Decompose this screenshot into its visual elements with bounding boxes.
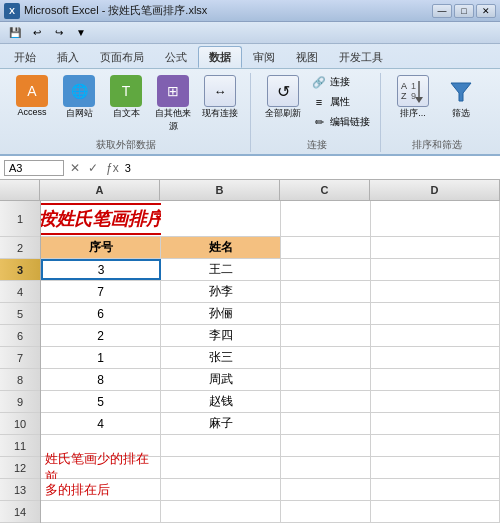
cell-b2[interactable]: 姓名 (161, 237, 281, 258)
cell-d11[interactable] (371, 435, 500, 456)
cell-d7[interactable] (371, 347, 500, 368)
connections-button[interactable]: 🔗 连接 (309, 73, 372, 91)
tab-developer[interactable]: 开发工具 (329, 46, 393, 68)
cell-b5[interactable]: 孙俪 (161, 303, 281, 324)
cell-d10[interactable] (371, 413, 500, 434)
row-header-11[interactable]: 11 (0, 435, 40, 457)
tab-formula[interactable]: 公式 (155, 46, 197, 68)
cell-d6[interactable] (371, 325, 500, 346)
cell-c1[interactable] (281, 201, 371, 236)
row-header-2[interactable]: 2 (0, 237, 40, 259)
cell-b12[interactable] (161, 457, 281, 478)
sort-button[interactable]: A Z 1 9 排序... (391, 73, 435, 122)
cell-a5[interactable]: 6 (41, 303, 161, 324)
cell-b1[interactable] (161, 201, 281, 236)
text-button[interactable]: T 自文本 (104, 73, 148, 122)
minimize-button[interactable]: — (432, 4, 452, 18)
cell-b14[interactable] (161, 501, 281, 522)
cell-d9[interactable] (371, 391, 500, 412)
edit-links-button[interactable]: ✏ 编辑链接 (309, 113, 372, 131)
cell-b11[interactable] (161, 435, 281, 456)
cell-c2[interactable] (281, 237, 371, 258)
cell-d12[interactable] (371, 457, 500, 478)
row-header-3[interactable]: 3 (0, 259, 40, 281)
cell-a3[interactable]: 3 (41, 259, 161, 280)
cell-c13[interactable] (281, 479, 371, 500)
cell-d1[interactable] (371, 201, 500, 236)
row-header-5[interactable]: 5 (0, 303, 40, 325)
cell-d2[interactable] (371, 237, 500, 258)
cell-a14[interactable] (41, 501, 161, 522)
close-button[interactable]: ✕ (476, 4, 496, 18)
cell-d13[interactable] (371, 479, 500, 500)
row-header-6[interactable]: 6 (0, 325, 40, 347)
row-header-12[interactable]: 12 (0, 457, 40, 479)
cell-b6[interactable]: 李四 (161, 325, 281, 346)
cell-d14[interactable] (371, 501, 500, 522)
save-quick-btn[interactable]: 💾 (6, 24, 24, 42)
cell-b13[interactable] (161, 479, 281, 500)
row-header-1[interactable]: 1 (0, 201, 40, 237)
cell-c3[interactable] (281, 259, 371, 280)
tab-start[interactable]: 开始 (4, 46, 46, 68)
cell-c10[interactable] (281, 413, 371, 434)
cell-d4[interactable] (371, 281, 500, 302)
maximize-button[interactable]: □ (454, 4, 474, 18)
cell-a2[interactable]: 序号 (41, 237, 161, 258)
cell-d8[interactable] (371, 369, 500, 390)
row-header-13[interactable]: 13 (0, 479, 40, 501)
cell-a10[interactable]: 4 (41, 413, 161, 434)
col-header-c[interactable]: C (280, 180, 370, 200)
cell-a9[interactable]: 5 (41, 391, 161, 412)
cell-a7[interactable]: 1 (41, 347, 161, 368)
cell-c4[interactable] (281, 281, 371, 302)
cell-c14[interactable] (281, 501, 371, 522)
cell-c9[interactable] (281, 391, 371, 412)
row-header-8[interactable]: 8 (0, 369, 40, 391)
properties-button[interactable]: ≡ 属性 (309, 93, 372, 111)
col-header-a[interactable]: A (40, 180, 160, 200)
cell-c12[interactable] (281, 457, 371, 478)
cell-c5[interactable] (281, 303, 371, 324)
filter-button[interactable]: 筛选 (439, 73, 483, 122)
col-header-b[interactable]: B (160, 180, 280, 200)
formula-input[interactable] (125, 162, 496, 174)
quick-toolbar-dropdown[interactable]: ▼ (72, 24, 90, 42)
cell-a4[interactable]: 7 (41, 281, 161, 302)
web-button[interactable]: 🌐 自网站 (57, 73, 101, 122)
row-header-4[interactable]: 4 (0, 281, 40, 303)
tab-view[interactable]: 视图 (286, 46, 328, 68)
existing-connections-button[interactable]: ↔ 现有连接 (198, 73, 242, 122)
cell-d5[interactable] (371, 303, 500, 324)
redo-quick-btn[interactable]: ↪ (50, 24, 68, 42)
cell-a1[interactable]: 按姓氏笔画排序 (41, 201, 161, 236)
insert-function-btn[interactable]: ƒx (104, 161, 121, 175)
formula-confirm-btn[interactable]: ✓ (86, 161, 100, 175)
other-sources-button[interactable]: ⊞ 自其他来源 (151, 73, 195, 135)
access-button[interactable]: A Access (10, 73, 54, 119)
cell-a12[interactable]: 姓氏笔画少的排在前， (41, 457, 161, 478)
row-header-14[interactable]: 14 (0, 501, 40, 523)
cell-d3[interactable] (371, 259, 500, 280)
cell-a6[interactable]: 2 (41, 325, 161, 346)
col-header-d[interactable]: D (370, 180, 500, 200)
cell-c8[interactable] (281, 369, 371, 390)
undo-quick-btn[interactable]: ↩ (28, 24, 46, 42)
row-header-10[interactable]: 10 (0, 413, 40, 435)
cell-c6[interactable] (281, 325, 371, 346)
cell-b9[interactable]: 赵钱 (161, 391, 281, 412)
cell-b8[interactable]: 周武 (161, 369, 281, 390)
row-header-7[interactable]: 7 (0, 347, 40, 369)
cell-a13[interactable]: 多的排在后 (41, 479, 161, 500)
tab-insert[interactable]: 插入 (47, 46, 89, 68)
cell-a8[interactable]: 8 (41, 369, 161, 390)
cell-b10[interactable]: 麻子 (161, 413, 281, 434)
tab-data[interactable]: 数据 (198, 46, 242, 68)
formula-cancel-btn[interactable]: ✕ (68, 161, 82, 175)
row-header-9[interactable]: 9 (0, 391, 40, 413)
cell-b4[interactable]: 孙李 (161, 281, 281, 302)
cell-b7[interactable]: 张三 (161, 347, 281, 368)
tab-review[interactable]: 审阅 (243, 46, 285, 68)
cell-c7[interactable] (281, 347, 371, 368)
cell-c11[interactable] (281, 435, 371, 456)
